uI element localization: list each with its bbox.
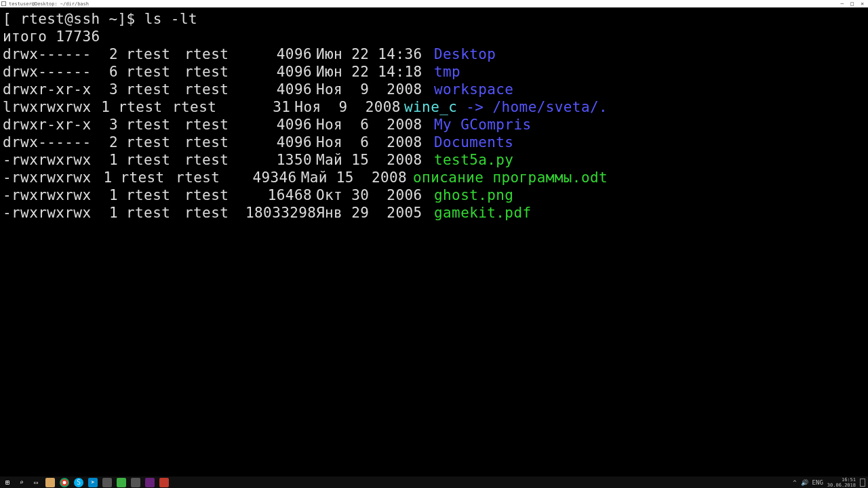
ls-row: -rwxrwxrwx1rtestrtest18033298Янв 29 2005…: [3, 204, 608, 222]
col-filename: ghost.png: [431, 186, 513, 204]
col-owner: rtest: [118, 186, 184, 204]
taskview-icon[interactable]: ▭: [31, 478, 41, 487]
col-permissions: -rwxrwxrwx: [3, 151, 98, 169]
col-group: rtest: [184, 81, 245, 98]
col-links: 3: [98, 116, 118, 134]
command-text: ls -lt: [144, 11, 197, 27]
ls-row: drwxr-xr-x3rtestrtest4096Ноя 9 2008works…: [3, 81, 608, 98]
col-links: 3: [98, 81, 118, 98]
col-group: rtest: [172, 98, 229, 116]
col-permissions: drwxr-xr-x: [3, 81, 98, 98]
col-links: 1: [93, 169, 112, 186]
folder-icon[interactable]: [45, 478, 55, 487]
taskbar-left: ⊞⌕▭S➤: [3, 478, 169, 487]
col-owner: rtest: [118, 151, 184, 169]
ls-row: drwxr-xr-x3rtestrtest4096Ноя 6 2008My GC…: [3, 116, 608, 134]
col-owner: rtest: [118, 63, 184, 81]
col-group: rtest: [184, 186, 245, 204]
col-date: Ноя 6 2008: [312, 116, 431, 134]
col-filename: Desktop: [431, 45, 496, 63]
prompt-line: [ rtest@ssh ~]$ ls -lt: [3, 10, 608, 28]
taskbar: ⊞⌕▭S➤ ^ 🔊 ENG 16:51 30.06.2018: [0, 476, 868, 488]
col-date: Ноя 9 2008: [290, 98, 401, 116]
app-icon-3[interactable]: [131, 478, 140, 487]
total-line: итого 17736: [3, 28, 608, 45]
col-group: rtest: [184, 151, 245, 169]
col-permissions: -rwxrwxrwx: [3, 169, 93, 186]
window-maximize-button[interactable]: □: [850, 1, 854, 7]
col-size: 4096: [245, 81, 312, 98]
col-links: 2: [98, 45, 118, 63]
col-size: 4096: [245, 134, 312, 151]
ls-row: drwx------2rtestrtest4096Июн 22 14:36Des…: [3, 45, 608, 63]
col-filename: gamekit.pdf: [431, 204, 531, 222]
col-group: rtest: [184, 134, 245, 151]
col-permissions: -rwxrwxrwx: [3, 186, 98, 204]
col-links: 6: [98, 63, 118, 81]
tray-date: 30.06.2018: [827, 483, 856, 488]
terminal[interactable]: [ rtest@ssh ~]$ ls -lt итого 17736 drwx-…: [0, 7, 610, 476]
window-minimize-button[interactable]: —: [841, 1, 844, 7]
ls-row: drwx------2rtestrtest4096Ноя 6 2008Docum…: [3, 134, 608, 151]
col-link-target: -> /home/sveta/.: [457, 98, 608, 116]
col-group: rtest: [184, 204, 245, 222]
telegram-icon[interactable]: ➤: [88, 478, 98, 487]
col-size: 4096: [245, 45, 312, 63]
window-title: testuser@Desktop: ~/dir/bash: [9, 1, 89, 7]
col-links: 2: [98, 134, 118, 151]
col-owner: rtest: [118, 116, 184, 134]
tray-volume-icon[interactable]: 🔊: [801, 479, 808, 486]
col-date: Окт 30 2006: [312, 186, 431, 204]
col-filename: workspace: [431, 81, 513, 98]
col-size: 4096: [245, 116, 312, 134]
col-size: 16468: [245, 186, 312, 204]
col-owner: rtest: [118, 134, 184, 151]
col-group: rtest: [184, 63, 245, 81]
col-filename: Documents: [431, 134, 513, 151]
search-icon[interactable]: ⌕: [17, 478, 26, 487]
col-owner: rtest: [110, 98, 172, 116]
app-icon-2[interactable]: [117, 478, 126, 487]
col-filename: My GCompris: [431, 116, 531, 134]
col-links: 1: [98, 186, 118, 204]
col-date: Май 15 2008: [312, 151, 431, 169]
col-date: Июн 22 14:18: [312, 63, 431, 81]
col-group: rtest: [184, 116, 245, 134]
skype-icon[interactable]: S: [74, 478, 83, 487]
start-icon[interactable]: ⊞: [3, 478, 12, 487]
vs-icon[interactable]: [145, 478, 155, 487]
col-group: rtest: [184, 45, 245, 63]
system-tray: ^ 🔊 ENG 16:51 30.06.2018: [793, 477, 865, 488]
col-date: Янв 29 2005: [312, 204, 431, 222]
tray-clock[interactable]: 16:51 30.06.2018: [827, 477, 856, 488]
tray-notifications-icon[interactable]: [860, 479, 865, 487]
col-size: 31: [229, 98, 290, 116]
ls-row: -rwxrwxrwx1rtestrtest49346Май 15 2008опи…: [3, 169, 608, 186]
window-titlebar: testuser@Desktop: ~/dir/bash — □ ✕: [0, 0, 868, 7]
ls-row: drwx------6rtestrtest4096Июн 22 14:18tmp: [3, 63, 608, 81]
window-close-button[interactable]: ✕: [861, 1, 864, 7]
col-date: Июн 22 14:36: [312, 45, 431, 63]
col-owner: rtest: [118, 45, 184, 63]
col-permissions: drwx------: [3, 134, 98, 151]
ls-row: -rwxrwxrwx1rtestrtest1350Май 15 2008test…: [3, 151, 608, 169]
app-icon-1[interactable]: [102, 478, 112, 487]
chrome-icon[interactable]: [60, 478, 69, 487]
col-permissions: lrwxrwxrwx: [3, 98, 91, 116]
col-permissions: -rwxrwxrwx: [3, 204, 98, 222]
window-app-icon: [1, 1, 6, 6]
col-size: 18033298: [245, 204, 312, 222]
col-permissions: drwx------: [3, 63, 98, 81]
col-filename: test5a.py: [431, 151, 513, 169]
col-permissions: drwxr-xr-x: [3, 116, 98, 134]
col-links: 1: [98, 151, 118, 169]
col-group: rtest: [176, 169, 233, 186]
col-size: 49346: [234, 169, 297, 186]
col-owner: rtest: [112, 169, 176, 186]
col-owner: rtest: [118, 81, 184, 98]
tray-language[interactable]: ENG: [812, 479, 823, 486]
col-date: Май 15 2008: [297, 169, 410, 186]
col-owner: rtest: [118, 204, 184, 222]
app-icon-4[interactable]: [159, 478, 169, 487]
tray-overflow-icon[interactable]: ^: [793, 479, 796, 486]
